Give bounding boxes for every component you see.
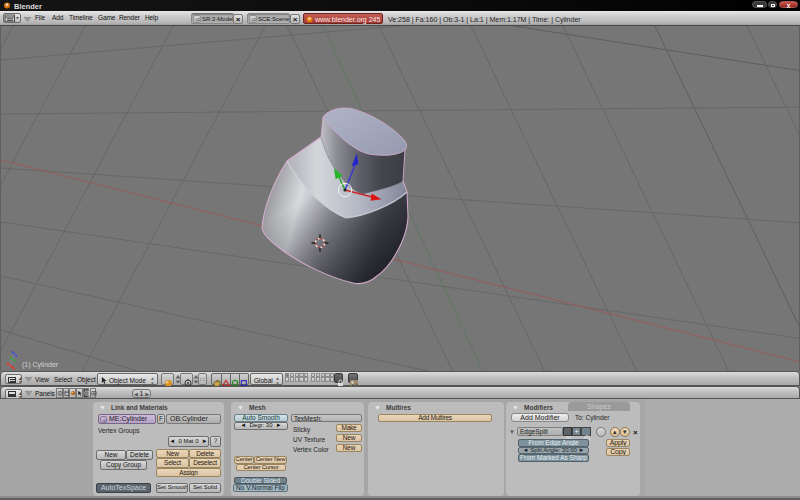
svg-text:(1) Cylinder: (1) Cylinder bbox=[22, 361, 59, 369]
